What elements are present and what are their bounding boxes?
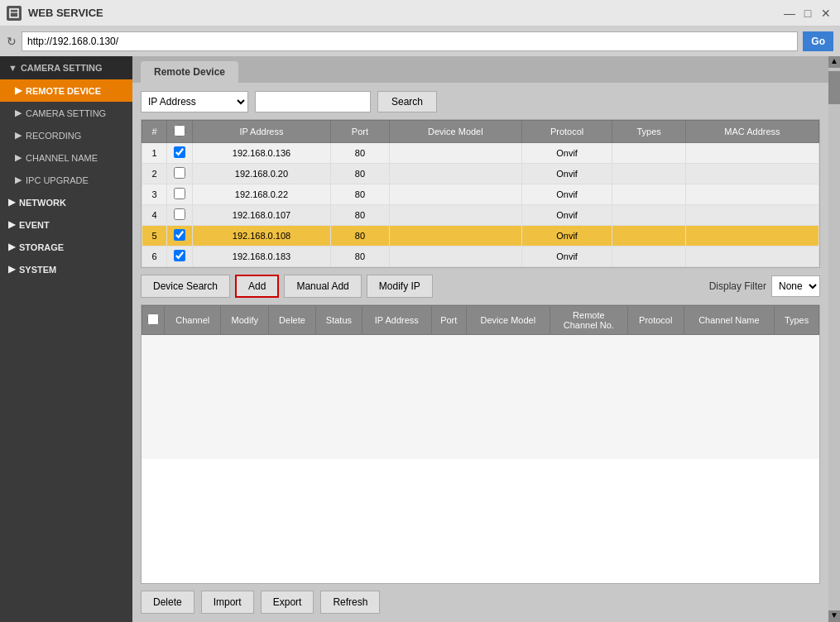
cell-check[interactable]	[167, 205, 193, 226]
row-checkbox[interactable]	[174, 188, 185, 199]
cell-check[interactable]	[167, 226, 193, 246]
search-button[interactable]: Search	[377, 91, 437, 112]
sidebar-item-label: REMOTE DEVICE	[26, 86, 101, 96]
col-channel-status: Status	[315, 306, 362, 335]
col-channel-delete: Delete	[269, 306, 316, 335]
cell-num: 1	[142, 143, 167, 164]
maximize-button[interactable]: □	[800, 6, 815, 21]
cell-model	[389, 246, 521, 267]
sidebar-item-label: RECORDING	[26, 131, 81, 141]
cell-port: 80	[330, 205, 389, 226]
cell-types	[612, 164, 686, 184]
col-header-mac: MAC Address	[685, 121, 818, 143]
channel-table-body	[142, 335, 819, 459]
cell-types	[612, 143, 686, 164]
refresh-icon[interactable]: ↻	[7, 35, 17, 48]
go-button[interactable]: Go	[803, 31, 833, 51]
content-area: Remote Device IP Address Search #	[132, 56, 828, 622]
sidebar-section-camera-setting: ▼ CAMERA SETTING	[0, 56, 132, 79]
manual-add-button[interactable]: Manual Add	[284, 275, 361, 298]
display-filter-label: Display Filter	[709, 280, 766, 292]
col-channel-model: Device Model	[466, 306, 550, 335]
filter-input[interactable]	[255, 91, 371, 112]
cell-check[interactable]	[167, 164, 193, 184]
table-row[interactable]: 3 192.168.0.22 80 Onvif	[142, 184, 819, 205]
col-channel-num: Channel	[165, 306, 221, 335]
channel-select-all[interactable]	[147, 313, 159, 325]
sidebar-item-network[interactable]: ▶ NETWORK	[0, 191, 132, 213]
svg-rect-0	[10, 9, 18, 17]
sidebar-item-ipc-upgrade[interactable]: ▶ IPC UPGRADE	[0, 169, 132, 191]
cell-model	[389, 164, 521, 184]
sidebar-item-event[interactable]: ▶ EVENT	[0, 213, 132, 236]
refresh-button[interactable]: Refresh	[320, 591, 380, 614]
right-scrollbar[interactable]: ▲ ▼	[828, 56, 840, 622]
app-title: WEB SERVICE	[28, 7, 103, 19]
cell-model	[389, 226, 521, 246]
export-button[interactable]: Export	[261, 591, 314, 614]
arrow-icon: ▶	[15, 85, 22, 96]
sidebar-item-storage[interactable]: ▶ STORAGE	[0, 236, 132, 258]
cell-check[interactable]	[167, 246, 193, 267]
close-button[interactable]: ✕	[818, 6, 833, 21]
col-header-model: Device Model	[389, 121, 521, 143]
tab-remote-device[interactable]: Remote Device	[141, 61, 238, 83]
table-row[interactable]: 1 192.168.0.136 80 Onvif	[142, 143, 819, 164]
sidebar-item-system[interactable]: ▶ SYSTEM	[0, 258, 132, 280]
add-button[interactable]: Add	[235, 275, 279, 298]
arrow-icon: ▶	[8, 242, 15, 252]
cell-ip: 192.168.0.22	[193, 184, 331, 205]
sidebar-item-label: NETWORK	[19, 198, 66, 208]
cell-protocol: Onvif	[521, 184, 612, 205]
address-input[interactable]	[22, 31, 798, 51]
cell-protocol: Onvif	[521, 246, 612, 267]
scroll-up-btn[interactable]: ▲	[828, 56, 840, 68]
sidebar-item-camera-setting[interactable]: ▶ CAMERA SETTING	[0, 102, 132, 124]
cell-model	[389, 143, 521, 164]
display-filter-select[interactable]: None	[771, 275, 820, 297]
row-checkbox[interactable]	[174, 229, 185, 241]
sidebar-item-label: SYSTEM	[19, 265, 56, 275]
select-all-checkbox[interactable]	[174, 125, 185, 136]
sidebar-item-recording[interactable]: ▶ RECORDING	[0, 124, 132, 146]
cell-mac	[685, 205, 818, 226]
cell-types	[612, 246, 686, 267]
cell-num: 6	[142, 246, 167, 267]
import-button[interactable]: Import	[201, 591, 254, 614]
table-row[interactable]: 6 192.168.0.183 80 Onvif	[142, 246, 819, 267]
row-checkbox[interactable]	[174, 250, 185, 261]
row-checkbox[interactable]	[174, 167, 185, 179]
modify-ip-button[interactable]: Modify IP	[367, 275, 433, 298]
tab-header: Remote Device	[132, 56, 828, 83]
col-channel-check	[142, 306, 165, 335]
collapse-icon: ▼	[8, 63, 17, 73]
cell-ip: 192.168.0.108	[193, 226, 331, 246]
sidebar-item-label: STORAGE	[19, 242, 64, 252]
table-row[interactable]: 4 192.168.0.107 80 Onvif	[142, 205, 819, 226]
table-row[interactable]: 5 192.168.0.108 80 Onvif	[142, 226, 819, 246]
delete-button[interactable]: Delete	[141, 591, 194, 614]
channel-table: Channel Modify Delete Status IP Address …	[142, 305, 819, 335]
cell-model	[389, 184, 521, 205]
scroll-down-btn[interactable]: ▼	[828, 610, 840, 622]
filter-type-select[interactable]: IP Address	[141, 91, 248, 112]
scroll-thumb[interactable]	[828, 71, 840, 104]
table-row[interactable]: 2 192.168.0.20 80 Onvif	[142, 164, 819, 184]
sidebar-item-channel-name[interactable]: ▶ CHANNEL NAME	[0, 146, 132, 169]
col-header-num: #	[142, 121, 167, 143]
device-search-button[interactable]: Device Search	[141, 275, 230, 298]
cell-check[interactable]	[167, 143, 193, 164]
row-checkbox[interactable]	[174, 146, 185, 158]
col-header-protocol: Protocol	[521, 121, 612, 143]
cell-num: 5	[142, 226, 167, 246]
cell-check[interactable]	[167, 184, 193, 205]
cell-protocol: Onvif	[521, 164, 612, 184]
sidebar-item-remote-device[interactable]: ▶ REMOTE DEVICE	[0, 79, 132, 102]
channel-table-wrapper: Channel Modify Delete Status IP Address …	[141, 304, 820, 584]
cell-ip: 192.168.0.183	[193, 246, 331, 267]
title-bar: WEB SERVICE — □ ✕	[0, 0, 840, 26]
col-header-port: Port	[330, 121, 389, 143]
cell-num: 3	[142, 184, 167, 205]
minimize-button[interactable]: —	[782, 6, 797, 21]
row-checkbox[interactable]	[174, 208, 185, 220]
